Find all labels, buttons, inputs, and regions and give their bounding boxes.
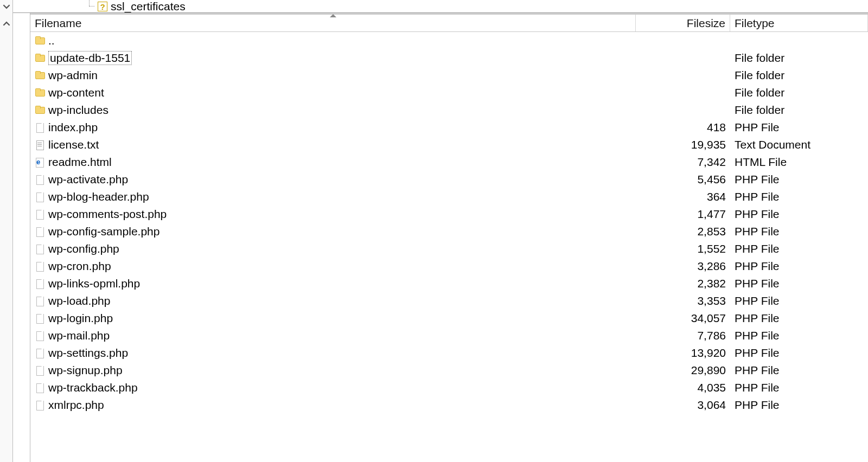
file-row[interactable]: wp-config.php1,552PHP File (30, 240, 868, 258)
html-icon (35, 157, 44, 167)
file-size: 3,064 (636, 399, 730, 412)
file-row[interactable]: wp-settings.php13,920PHP File (30, 344, 868, 362)
file-icon (35, 313, 44, 323)
column-header-filename[interactable]: Filename (30, 15, 636, 31)
parent-directory-row[interactable]: .. (30, 32, 868, 49)
file-row[interactable]: wp-trackback.php4,035PHP File (30, 379, 868, 396)
file-row[interactable]: wp-login.php34,057PHP File (30, 310, 868, 327)
unknown-filetype-icon: ? (98, 2, 107, 11)
file-size: 34,057 (636, 312, 730, 325)
file-type: PHP File (730, 208, 868, 221)
tree-panel: ? ssl_certificates (13, 0, 868, 13)
tree-node[interactable]: ? ssl_certificates (86, 0, 186, 13)
file-name: wp-content (48, 86, 104, 99)
folder-icon (35, 88, 44, 98)
file-row[interactable]: wp-activate.php5,456PHP File (30, 171, 868, 188)
file-icon (35, 227, 44, 236)
file-type: PHP File (730, 260, 868, 273)
file-icon (35, 244, 44, 254)
file-name: wp-login.php (48, 312, 113, 325)
file-name: update-db-1551 (48, 51, 132, 65)
file-size: 7,342 (636, 156, 730, 169)
folder-icon (35, 36, 44, 46)
chevron-down-icon[interactable] (0, 0, 13, 13)
file-row[interactable]: wp-mail.php7,786PHP File (30, 327, 868, 344)
file-type: File folder (730, 52, 868, 65)
file-type: HTML File (730, 156, 868, 169)
panel-gutter (13, 13, 30, 462)
file-type: PHP File (730, 312, 868, 325)
file-icon (35, 192, 44, 202)
column-headers: Filename Filesize Filetype (30, 15, 868, 32)
file-icon (35, 331, 44, 341)
file-type: PHP File (730, 225, 868, 238)
file-type: PHP File (730, 190, 868, 203)
file-name: wp-config-sample.php (48, 225, 159, 238)
file-name: license.txt (48, 138, 99, 151)
file-name: wp-trackback.php (48, 381, 138, 394)
tree-node-label: ssl_certificates (111, 0, 186, 13)
file-name: wp-includes (48, 104, 108, 117)
folder-icon (35, 70, 44, 80)
file-icon (35, 279, 44, 288)
file-row[interactable]: xmlrpc.php3,064PHP File (30, 396, 868, 414)
file-name: wp-links-opml.php (48, 277, 140, 290)
column-header-filesize-label: Filesize (687, 17, 725, 30)
file-size: 4,035 (636, 381, 730, 394)
column-header-filetype[interactable]: Filetype (730, 15, 868, 31)
file-name: wp-blog-header.php (48, 190, 149, 203)
file-size: 29,890 (636, 364, 730, 377)
file-size: 13,920 (636, 347, 730, 360)
file-row[interactable]: wp-links-opml.php2,382PHP File (30, 275, 868, 292)
file-type: PHP File (730, 364, 868, 377)
file-row[interactable]: license.txt19,935Text Document (30, 136, 868, 153)
file-size: 364 (636, 190, 730, 203)
file-name: index.php (48, 121, 98, 134)
folder-row[interactable]: wp-includesFile folder (30, 101, 868, 119)
file-type: PHP File (730, 381, 868, 394)
file-size: 5,456 (636, 173, 730, 186)
file-icon (35, 261, 44, 271)
file-icon (35, 400, 44, 410)
folder-icon (35, 105, 44, 115)
file-name: wp-signup.php (48, 364, 123, 377)
file-icon (35, 123, 44, 132)
file-type: Text Document (730, 138, 868, 151)
file-row[interactable]: wp-comments-post.php1,477PHP File (30, 206, 868, 223)
file-type: File folder (730, 86, 868, 99)
file-row[interactable]: wp-config-sample.php2,853PHP File (30, 223, 868, 240)
file-size: 418 (636, 121, 730, 134)
folder-row[interactable]: update-db-1551File folder (30, 49, 868, 67)
file-size: 7,786 (636, 329, 730, 342)
file-rows: .. update-db-1551File folderwp-adminFile… (30, 32, 868, 414)
file-name: wp-load.php (48, 294, 110, 307)
file-row[interactable]: index.php418PHP File (30, 119, 868, 136)
folder-row[interactable]: wp-adminFile folder (30, 67, 868, 84)
file-list-panel: Filename Filesize Filetype .. update-db- (30, 15, 868, 462)
file-name: .. (48, 34, 55, 47)
file-row[interactable]: wp-blog-header.php364PHP File (30, 188, 868, 206)
file-row[interactable]: wp-load.php3,353PHP File (30, 292, 868, 310)
folder-row[interactable]: wp-contentFile folder (30, 84, 868, 101)
file-type: PHP File (730, 173, 868, 186)
file-row[interactable]: wp-signup.php29,890PHP File (30, 362, 868, 379)
file-type: PHP File (730, 121, 868, 134)
file-type: PHP File (730, 347, 868, 360)
file-type: File folder (730, 104, 868, 117)
column-header-filesize[interactable]: Filesize (636, 15, 730, 31)
file-name: wp-settings.php (48, 347, 128, 360)
chevron-up-icon[interactable] (0, 17, 13, 30)
file-row[interactable]: wp-cron.php3,286PHP File (30, 258, 868, 275)
sort-ascending-icon (330, 14, 336, 17)
file-size: 3,353 (636, 294, 730, 307)
folder-icon (35, 53, 44, 63)
file-type: PHP File (730, 399, 868, 412)
file-name: wp-config.php (48, 242, 119, 255)
file-size: 1,477 (636, 208, 730, 221)
file-icon (35, 383, 44, 393)
file-type: PHP File (730, 242, 868, 255)
file-size: 2,853 (636, 225, 730, 238)
file-row[interactable]: readme.html7,342HTML File (30, 153, 868, 171)
file-size: 2,382 (636, 277, 730, 290)
file-size: 1,552 (636, 242, 730, 255)
